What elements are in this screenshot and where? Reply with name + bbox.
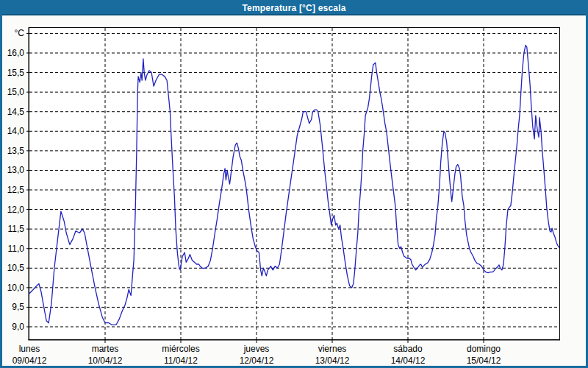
- y-tick-label: 14,0: [7, 126, 25, 136]
- y-tick-label: 9,5: [12, 302, 24, 312]
- y-tick-label: 12,0: [7, 205, 25, 215]
- y-tick-label: 16,0: [7, 48, 25, 58]
- day-name-label: domingo: [467, 344, 501, 354]
- day-date-label: 15/04/12: [467, 355, 501, 366]
- window-title: Temperatura [°C] escala: [242, 3, 345, 13]
- day-date-label: 13/04/12: [315, 355, 350, 366]
- y-tick-label: 14,5: [7, 107, 25, 117]
- y-tick-label: 15,5: [7, 68, 25, 78]
- y-tick-label: 15,0: [7, 87, 25, 97]
- window-titlebar: Temperatura [°C] escala: [2, 2, 586, 15]
- day-name-label: lunes: [19, 344, 40, 354]
- temperature-chart: °C16,015,515,014,514,013,513,012,512,011…: [2, 15, 586, 366]
- day-name-label: martes: [92, 344, 119, 354]
- chart-window: Temperatura [°C] escala °C16,015,515,014…: [0, 0, 588, 368]
- y-tick-label: 9,0: [12, 322, 24, 332]
- y-tick-label: °C: [15, 28, 25, 38]
- day-name-label: viernes: [318, 344, 347, 354]
- y-tick-label: 10,5: [7, 263, 25, 273]
- day-date-label: 09/04/12: [12, 355, 47, 366]
- day-name-label: miércoles: [162, 344, 199, 354]
- y-tick-label: 11,5: [8, 224, 25, 234]
- y-tick-label: 12,5: [7, 185, 25, 195]
- chart-area: °C16,015,515,014,514,013,513,012,512,011…: [2, 15, 586, 366]
- day-name-label: sábado: [393, 344, 423, 354]
- y-tick-label: 13,0: [7, 165, 25, 175]
- day-date-label: 14/04/12: [391, 355, 426, 366]
- y-tick-label: 13,5: [7, 146, 25, 156]
- day-date-label: 12/04/12: [240, 355, 274, 366]
- y-tick-label: 11,0: [8, 244, 25, 254]
- y-tick-label: 10,0: [7, 283, 25, 293]
- day-name-label: jueves: [243, 344, 270, 354]
- plot-background: [29, 28, 559, 339]
- day-date-label: 11/04/12: [164, 355, 198, 366]
- day-date-label: 10/04/12: [88, 355, 123, 366]
